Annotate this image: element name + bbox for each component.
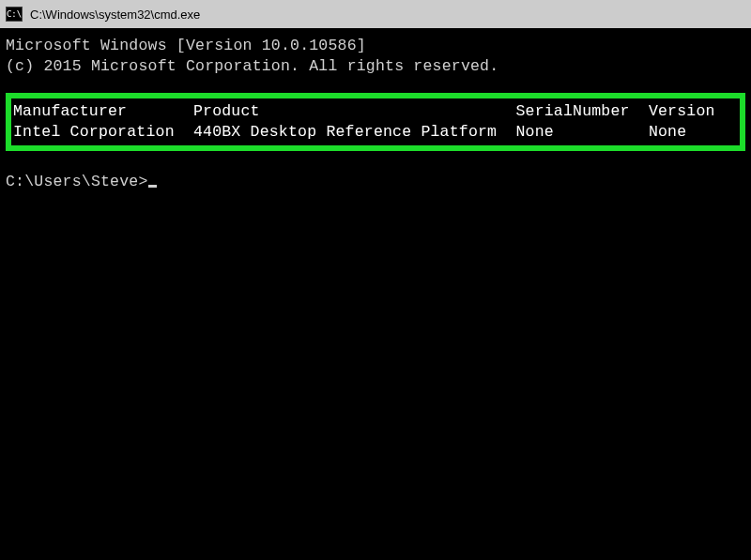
terminal-output[interactable]: Microsoft Windows [Version 10.0.10586] (…	[0, 28, 751, 200]
cell-serialnumber: None	[515, 123, 553, 141]
col-header-version: Version	[649, 102, 715, 120]
cell-version: None	[649, 123, 686, 141]
cmd-icon: C:\	[6, 7, 23, 22]
col-header-product: Product	[193, 102, 260, 120]
baseboard-table: Manufacturer Product SerialNumber Versio…	[11, 98, 740, 146]
cmd-window: C:\ C:\Windows\system32\cmd.exe Microsof…	[0, 0, 751, 560]
titlebar[interactable]: C:\ C:\Windows\system32\cmd.exe	[0, 0, 751, 28]
banner-line-2: (c) 2015 Microsoft Corporation. All righ…	[6, 57, 498, 75]
highlighted-output: Manufacturer Product SerialNumber Versio…	[6, 93, 745, 152]
banner-line-1: Microsoft Windows [Version 10.0.10586]	[6, 37, 366, 54]
prompt[interactable]: C:\Users\Steve>	[6, 173, 157, 190]
col-header-serialnumber: SerialNumber	[515, 102, 629, 120]
cell-manufacturer: Intel Corporation	[13, 123, 175, 141]
cursor	[148, 185, 157, 188]
col-header-manufacturer: Manufacturer	[13, 102, 127, 120]
window-title: C:\Windows\system32\cmd.exe	[30, 8, 200, 22]
cell-product: 440BX Desktop Reference Platform	[193, 123, 497, 141]
prompt-path: C:\Users\Steve>	[6, 173, 148, 190]
